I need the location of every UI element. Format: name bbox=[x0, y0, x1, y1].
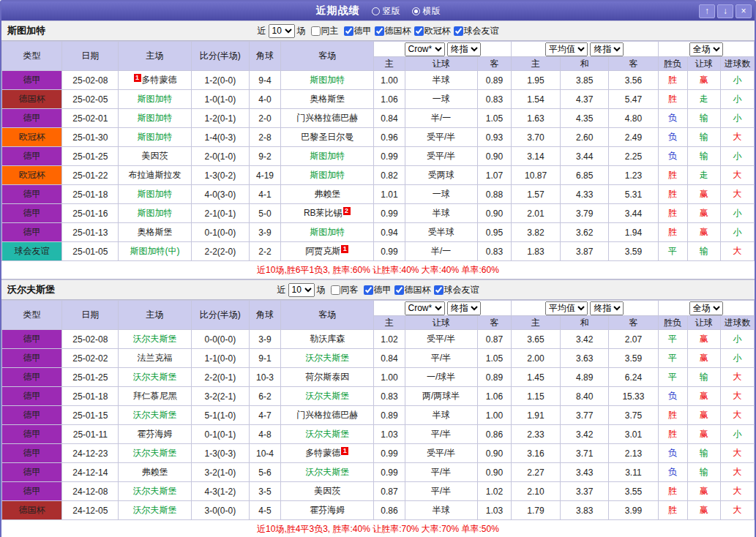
team-label: 沃尔夫斯堡 bbox=[305, 391, 349, 401]
subcol-avg-away: 客 bbox=[609, 57, 658, 71]
league-filters: 德甲德国杯欧冠杯球会友谊 bbox=[341, 25, 499, 37]
league-filter-3[interactable]: 球会友谊 bbox=[453, 25, 499, 37]
layout-radio-horizontal[interactable]: 横版 bbox=[412, 5, 441, 18]
bookmaker-select[interactable]: Crow* bbox=[405, 301, 445, 315]
league-type-cell: 德甲 bbox=[2, 482, 62, 501]
win-draw-loss-cell: 胜 bbox=[658, 71, 687, 90]
handicap-result-cell: 赢 bbox=[687, 330, 720, 349]
corners-cell: 5-6 bbox=[249, 463, 280, 482]
league-filter-checkbox[interactable] bbox=[394, 285, 404, 295]
radio-vertical-label: 竖版 bbox=[383, 5, 400, 18]
same-venue-checkbox[interactable] bbox=[331, 285, 340, 295]
away-team-cell: 沃尔夫斯堡 bbox=[281, 425, 374, 444]
league-type-cell: 欧冠杯 bbox=[2, 128, 62, 147]
subcol-avg-home: 主 bbox=[511, 316, 560, 330]
away-team-cell: 美因茨 bbox=[281, 482, 374, 501]
league-filter-2[interactable]: 球会友谊 bbox=[433, 284, 479, 296]
handicap-odds-selects: Crow* 终指 bbox=[374, 301, 512, 316]
handicap-away-odds-cell: 0.83 bbox=[477, 242, 511, 261]
handicap-result-cell: 赢 bbox=[687, 223, 720, 242]
handicap-home-odds-cell: 1.03 bbox=[374, 425, 405, 444]
corners-cell: 10-3 bbox=[249, 368, 280, 387]
match-row: 德甲25-01-13奥格斯堡0-1(0-0)3-9斯图加特0.94受半球0.95… bbox=[2, 223, 755, 242]
league-filter-2[interactable]: 欧冠杯 bbox=[413, 25, 451, 37]
odds-stage-select[interactable]: 终指 bbox=[447, 301, 481, 315]
bookmaker-select[interactable]: Crow* bbox=[405, 42, 445, 56]
handicap-away-odds-cell: 0.89 bbox=[477, 71, 511, 90]
score-cell: 2-2(2-0) bbox=[191, 242, 249, 261]
summary-footer: 近10场,胜4平3负3, 胜率:40% 让胜率:70% 大率:70% 单率:50… bbox=[1, 520, 755, 537]
league-filter-checkbox[interactable] bbox=[414, 26, 424, 36]
same-venue-checkbox[interactable] bbox=[311, 26, 321, 36]
layout-radio-vertical[interactable]: 竖版 bbox=[372, 5, 400, 18]
close-button[interactable]: × bbox=[736, 4, 752, 18]
score-cell: 1-4(0-3) bbox=[191, 128, 249, 147]
goals-result-cell: 大 bbox=[720, 406, 754, 425]
move-up-button[interactable]: ↑ bbox=[699, 4, 715, 18]
match-row: 德国杯24-12-05沃尔夫斯堡3-0(0-0)4-5霍芬海姆0.86半球1.0… bbox=[2, 501, 755, 520]
win-draw-loss-cell: 负 bbox=[658, 387, 687, 406]
radio-horizontal-label: 横版 bbox=[423, 5, 441, 18]
handicap-result-cell: 赢 bbox=[687, 71, 720, 90]
away-team-cell: 霍芬海姆 bbox=[281, 501, 374, 520]
date-cell: 24-12-08 bbox=[62, 482, 119, 501]
average-stage-select[interactable]: 终指 bbox=[590, 42, 624, 56]
scope-select[interactable]: 全场 bbox=[689, 42, 723, 56]
handicap-result-cell: 输 bbox=[687, 444, 720, 463]
handicap-result-cell: 输 bbox=[687, 109, 720, 128]
date-cell: 25-01-05 bbox=[62, 242, 119, 261]
league-filter-1[interactable]: 德国杯 bbox=[394, 284, 431, 296]
handicap-line-cell: 受平/半 bbox=[405, 444, 477, 463]
handicap-away-odds-cell: 0.88 bbox=[477, 185, 511, 204]
league-filter-label: 球会友谊 bbox=[444, 284, 479, 296]
league-filter-checkbox[interactable] bbox=[434, 285, 444, 295]
same-venue-filter[interactable]: 同主 bbox=[310, 25, 339, 37]
league-filter-checkbox[interactable] bbox=[375, 26, 384, 36]
handicap-away-odds-cell: 1.00 bbox=[477, 406, 511, 425]
scope-select[interactable]: 全场 bbox=[689, 301, 723, 315]
match-row: 德甲25-02-081多特蒙德1-2(0-0)9-4斯图加特1.00半球0.89… bbox=[2, 71, 755, 90]
subcol-home-odds: 主 bbox=[374, 57, 405, 71]
handicap-line-cell: 半球 bbox=[405, 71, 477, 90]
league-filter-0[interactable]: 德甲 bbox=[343, 25, 372, 37]
away-team-cell: 沃尔夫斯堡 bbox=[281, 463, 374, 482]
avg-away-odds-cell: 3.44 bbox=[609, 204, 658, 223]
goals-result-cell: 小 bbox=[720, 90, 754, 109]
league-filter-1[interactable]: 德国杯 bbox=[374, 25, 411, 37]
home-team-cell: 弗赖堡 bbox=[119, 463, 191, 482]
scope-select-cell: 全场 bbox=[658, 301, 754, 316]
average-stage-select[interactable]: 终指 bbox=[590, 301, 624, 315]
win-draw-loss-cell: 平 bbox=[658, 368, 687, 387]
goals-result-cell: 大 bbox=[720, 368, 754, 387]
average-select[interactable]: 平均值 bbox=[545, 42, 588, 56]
league-filter-checkbox[interactable] bbox=[344, 26, 353, 36]
subcol-result: 胜负 bbox=[658, 316, 687, 330]
avg-home-odds-cell: 1.91 bbox=[511, 406, 560, 425]
same-venue-filter[interactable]: 同客 bbox=[330, 284, 359, 296]
up-arrow-icon: ↑ bbox=[705, 6, 709, 16]
rank-badge: 1 bbox=[341, 245, 348, 253]
move-down-button[interactable]: ↓ bbox=[717, 4, 733, 18]
handicap-away-odds-cell: 0.90 bbox=[477, 463, 511, 482]
odds-stage-select[interactable]: 终指 bbox=[447, 42, 481, 56]
team-label: 巴黎圣日尔曼 bbox=[301, 132, 353, 142]
close-icon: × bbox=[741, 6, 746, 16]
avg-away-odds-cell: 3.01 bbox=[609, 425, 658, 444]
away-team-cell: 斯图加特 bbox=[281, 71, 374, 90]
team-label: 霍芬海姆 bbox=[138, 429, 173, 439]
match-count-select[interactable]: 10 bbox=[288, 283, 315, 297]
league-filter-checkbox[interactable] bbox=[454, 26, 463, 36]
date-cell: 25-02-02 bbox=[62, 349, 119, 368]
avg-home-odds-cell: 2.10 bbox=[511, 482, 560, 501]
league-filter-0[interactable]: 德甲 bbox=[363, 284, 392, 296]
corners-cell: 9-1 bbox=[249, 349, 280, 368]
average-select[interactable]: 平均值 bbox=[545, 301, 588, 315]
league-filter-checkbox[interactable] bbox=[364, 285, 373, 295]
win-draw-loss-cell: 负 bbox=[658, 109, 687, 128]
handicap-away-odds-cell: 1.06 bbox=[477, 387, 511, 406]
team-label: 沃尔夫斯堡 bbox=[133, 334, 177, 344]
away-team-cell: 多特蒙德1 bbox=[281, 444, 374, 463]
match-count-select[interactable]: 10 bbox=[269, 24, 295, 38]
handicap-home-odds-cell: 0.83 bbox=[374, 387, 405, 406]
subcol-home-odds: 主 bbox=[374, 316, 405, 330]
